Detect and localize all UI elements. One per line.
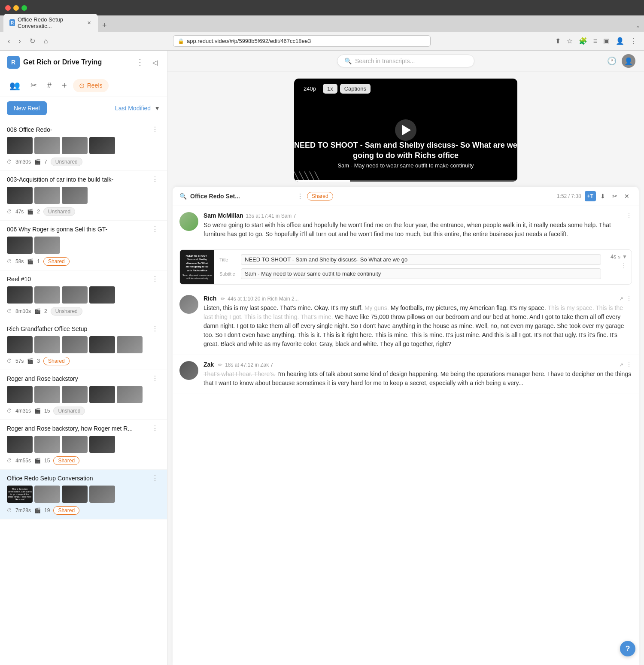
address-field[interactable]: 🔒 app.reduct.video/#/p/5998b5f692/edit/4…	[173, 35, 431, 47]
close-traffic-light[interactable]	[5, 5, 11, 11]
share-badge[interactable]: Unshared	[43, 207, 75, 216]
share-button[interactable]: ⬆	[553, 35, 562, 47]
avatar	[179, 361, 198, 380]
transcript-menu-button[interactable]: ⋮	[297, 192, 304, 200]
text-add-button[interactable]: +T	[585, 191, 596, 201]
browser-tab-active[interactable]: R Office Redo Setup Conversatic... ✕	[3, 14, 98, 32]
reel-menu-button[interactable]: ⋮	[150, 275, 160, 283]
reel-thumbnail	[7, 187, 33, 204]
message-menu-button[interactable]: ⋮	[626, 212, 632, 219]
tab-list-chevron[interactable]: ⌃	[635, 25, 641, 32]
share-badge[interactable]: Shared	[43, 257, 70, 266]
extension-button[interactable]: 🧩	[577, 35, 589, 47]
sort-direction-button[interactable]: ▼	[154, 105, 160, 112]
playback-speed-badge[interactable]: 1x	[323, 84, 337, 94]
minimize-traffic-light[interactable]	[13, 5, 19, 11]
sidebar-tab-reels[interactable]: ⊙ Reels	[73, 79, 109, 92]
project-menu-button[interactable]: ⋮	[134, 57, 146, 68]
back-button[interactable]: ‹	[5, 36, 12, 47]
reel-menu-button[interactable]: ⋮	[150, 424, 160, 432]
lock-icon: 🔒	[178, 38, 184, 44]
new-reel-button[interactable]: New Reel	[7, 101, 47, 115]
reel-menu-button[interactable]: ⋮	[150, 175, 160, 183]
download-button[interactable]: ⬇	[598, 191, 608, 201]
reel-menu-button[interactable]: ⋮	[150, 125, 160, 134]
reel-item[interactable]: Rich Grandfather Office Setup ⋮ ⏱ 57s 🎬 …	[0, 320, 167, 370]
transcript-shared-badge[interactable]: Shared	[307, 192, 333, 200]
sidebar-toolbar: New Reel Last Modified ▼	[0, 97, 167, 119]
tab-close-button[interactable]: ✕	[86, 19, 92, 26]
reel-item[interactable]: 006 Why Roger is gonna Sell this GT- ⋮ ⏱…	[0, 221, 167, 270]
resolution-badge[interactable]: 240p	[299, 84, 320, 94]
video-player[interactable]: 240p 1x Captions NEED TO SHOOT - Sam and…	[294, 79, 517, 182]
reel-item[interactable]: 008 Office Redo- ⋮ ⏱ 3m30s 🎬 7 Unshared	[0, 121, 167, 171]
rich-text-normal-2: My footballs, my pictures, my American f…	[391, 304, 546, 311]
reel-thumbnail	[89, 336, 115, 353]
speaker-name: Zak	[204, 361, 214, 368]
captions-badge[interactable]: Captions	[340, 84, 371, 94]
share-badge[interactable]: Unshared	[51, 158, 82, 166]
sidebar-tab-add[interactable]: +	[58, 78, 71, 93]
reel-menu-button[interactable]: ⋮	[150, 225, 160, 233]
share-badge[interactable]: Shared	[43, 357, 70, 365]
reel-clips: 3	[37, 358, 40, 364]
reading-list-button[interactable]: ≡	[592, 35, 599, 47]
reel-thumbnail	[117, 386, 143, 403]
subtitle-input[interactable]	[241, 268, 601, 279]
sidebar-header: R Get Rich or Drive Trying ⋮ ◁	[0, 51, 167, 74]
reel-item[interactable]: Roger and Rose backstory, how Roger met …	[0, 420, 167, 470]
settings-button[interactable]: ⋮	[629, 35, 639, 47]
subtitle-field-label: Subtitle	[219, 271, 241, 276]
reel-menu-button[interactable]: ⋮	[150, 325, 160, 333]
sidebar-tab-hash[interactable]: #	[43, 79, 56, 93]
share-badge[interactable]: Unshared	[51, 307, 82, 316]
profile-button[interactable]: 👤	[614, 35, 626, 47]
title-card-menu-button[interactable]: ⋮	[620, 261, 627, 270]
message-menu-button[interactable]: ⋮	[626, 295, 632, 302]
new-tab-button[interactable]: +	[99, 19, 110, 32]
fullscreen-traffic-light[interactable]	[21, 5, 27, 11]
message-text: Listen, this is my last space. That's mi…	[204, 304, 632, 349]
refresh-button[interactable]: ↻	[27, 35, 38, 47]
scissors-button[interactable]: ✂	[610, 191, 620, 201]
play-button[interactable]	[395, 119, 416, 141]
dropdown-arrow[interactable]: ▼	[622, 254, 627, 260]
history-button[interactable]: 🕐	[605, 54, 618, 68]
reel-menu-button[interactable]: ⋮	[150, 474, 160, 482]
share-badge[interactable]: Shared	[53, 456, 79, 465]
search-transcripts-container[interactable]: 🔍 Search in transcripts...	[337, 55, 474, 67]
sidebar-toggle-button[interactable]: ▣	[601, 35, 611, 47]
clock-icon: ⏱	[7, 209, 12, 215]
user-profile-button[interactable]: 👤	[622, 54, 635, 68]
reel-duration: 4m31s	[15, 408, 31, 414]
title-input[interactable]	[241, 254, 601, 265]
collapse-sidebar-button[interactable]: ◁	[150, 58, 160, 67]
sidebar-tab-scissors[interactable]: ✂	[26, 78, 41, 93]
reel-item[interactable]: Roger and Rose backstory ⋮ ⏱ 4m31s 🎬 15 …	[0, 370, 167, 420]
sidebar-tab-people[interactable]: 👥	[5, 78, 24, 93]
reel-menu-button[interactable]: ⋮	[150, 374, 160, 383]
share-badge[interactable]: Unshared	[53, 407, 85, 415]
video-area: 240p 1x Captions NEED TO SHOOT - Sam and…	[167, 72, 644, 187]
reel-item[interactable]: Reel #10 ⋮ ⏱ 8m10s 🎬 2 Unshared	[0, 270, 167, 320]
close-transcript-button[interactable]: ✕	[622, 191, 632, 201]
message-menu-button[interactable]: ⋮	[626, 361, 632, 368]
home-button[interactable]: ⌂	[41, 36, 51, 47]
last-modified-sort[interactable]: Last Modified	[115, 105, 151, 112]
bookmark-button[interactable]: ☆	[565, 35, 574, 47]
video-progress-bar[interactable]	[294, 180, 517, 182]
reel-thumbnail	[62, 137, 88, 154]
main-content: 🔍 Search in transcripts... 🕐 👤 240p 1x C…	[167, 51, 644, 665]
reel-thumbnail	[7, 436, 33, 453]
video-title-overlay: NEED TO SHOOT - Sam and Shelby discuss- …	[294, 140, 517, 169]
clips-icon: 🎬	[34, 308, 41, 314]
forward-button[interactable]: ›	[16, 36, 23, 47]
reel-item[interactable]: 003-Acquisition of car into the build ta…	[0, 171, 167, 221]
reel-item-active[interactable]: Office Redo Setup Conversation ⋮ This is…	[0, 470, 167, 519]
share-badge[interactable]: Shared	[53, 506, 79, 515]
transcript-actions: +T ⬇ ✂ ✕	[585, 191, 632, 201]
search-placeholder: Search in transcripts...	[355, 58, 415, 64]
reel-duration: 7m28s	[15, 507, 31, 513]
title-card-actions: 4s s ▼ ⋮	[606, 250, 632, 284]
help-button[interactable]: ?	[620, 641, 635, 656]
